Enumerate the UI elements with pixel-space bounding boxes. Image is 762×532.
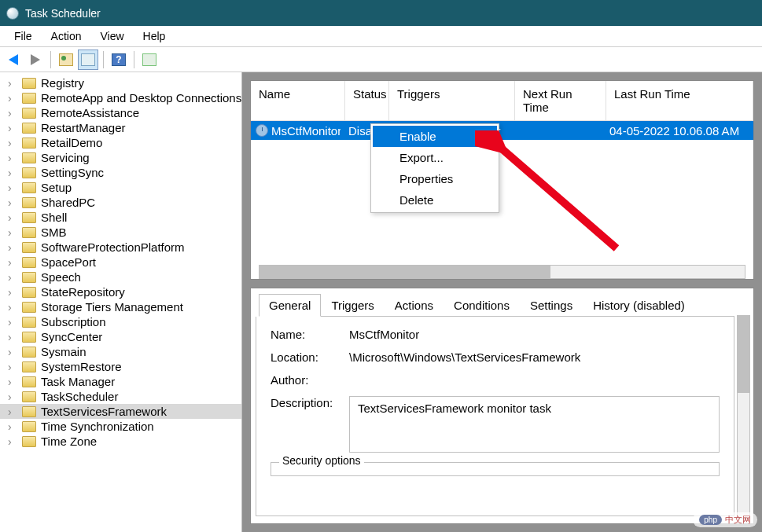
name-value: MsCtfMonitor	[349, 328, 720, 341]
tree-pane[interactable]: RegistryRemoteApp and Desktop Connection…	[0, 72, 242, 532]
folder-icon	[22, 123, 36, 134]
col-header-status[interactable]: Status	[345, 81, 389, 120]
sidebar-item-time-synchronization[interactable]: Time Synchronization	[0, 419, 241, 434]
tab-body: Name:MsCtfMonitor Location:\Microsoft\Wi…	[256, 317, 734, 516]
sidebar-item-shell[interactable]: Shell	[0, 210, 241, 225]
sidebar-item-staterepository[interactable]: StateRepository	[0, 284, 241, 299]
tab-actions[interactable]: Actions	[385, 294, 444, 317]
sidebar-item-label: SpacePort	[41, 255, 96, 269]
sidebar-item-label: StateRepository	[41, 285, 125, 299]
sidebar-item-spaceport[interactable]: SpacePort	[0, 255, 241, 270]
sidebar-item-servicing[interactable]: Servicing	[0, 150, 241, 165]
folder-icon	[22, 197, 36, 208]
help-button[interactable]: ?	[109, 50, 129, 70]
folder-icon	[22, 406, 36, 417]
context-menu: Enable Export... Properties Delete	[370, 123, 499, 213]
properties-icon	[81, 53, 95, 66]
description-value: TextServicesFramework monitor task	[349, 396, 720, 453]
sidebar-item-label: Time Zone	[41, 435, 97, 448]
folder-icon	[22, 78, 36, 89]
sidebar-item-label: SharedPC	[41, 196, 95, 209]
ctx-export[interactable]: Export...	[373, 147, 497, 168]
sidebar-item-label: TaskScheduler	[41, 390, 118, 403]
sidebar-item-storage-tiers-management[interactable]: Storage Tiers Management	[0, 299, 241, 314]
folder-icon	[22, 167, 36, 178]
sidebar-item-remoteassistance[interactable]: RemoteAssistance	[0, 105, 241, 120]
arrow-right-icon	[31, 54, 40, 65]
menu-file[interactable]: File	[5, 27, 42, 46]
watermark: php 中文网	[693, 512, 757, 527]
folder-icon	[22, 212, 36, 223]
sidebar-item-softwareprotectionplatform[interactable]: SoftwareProtectionPlatform	[0, 240, 241, 255]
window-title: Task Scheduler	[25, 7, 101, 20]
sidebar-item-smb[interactable]: SMB	[0, 225, 241, 240]
folder-icon	[22, 361, 36, 372]
toolbar: ?	[0, 47, 762, 72]
sidebar-item-setup[interactable]: Setup	[0, 180, 241, 195]
forward-button[interactable]	[25, 50, 46, 70]
sidebar-item-taskscheduler[interactable]: TaskScheduler	[0, 389, 241, 404]
back-button[interactable]	[3, 50, 24, 70]
sidebar-item-settingsync[interactable]: SettingSync	[0, 165, 241, 180]
sidebar-item-subscription[interactable]: Subscription	[0, 314, 241, 329]
ctx-enable[interactable]: Enable	[373, 126, 497, 147]
col-header-next[interactable]: Next Run Time	[515, 81, 606, 120]
sidebar-item-systemrestore[interactable]: SystemRestore	[0, 359, 241, 374]
sidebar-item-task-manager[interactable]: Task Manager	[0, 374, 241, 389]
sidebar-item-label: SystemRestore	[41, 360, 122, 373]
scrollbar-thumb[interactable]	[738, 316, 749, 393]
sidebar-item-registry[interactable]: Registry	[0, 75, 241, 90]
toolbar-separator	[103, 51, 104, 68]
horizontal-scrollbar[interactable]	[259, 265, 745, 279]
sidebar-item-label: Subscription	[41, 315, 106, 328]
location-label: Location:	[271, 350, 349, 364]
sidebar-item-label: RestartManager	[41, 121, 126, 134]
vertical-scrollbar[interactable]	[737, 315, 750, 519]
folder-icon	[22, 317, 36, 328]
sidebar-item-time-zone[interactable]: Time Zone	[0, 434, 241, 449]
arrow-left-icon	[9, 54, 18, 65]
menu-view[interactable]: View	[90, 27, 133, 46]
sidebar-item-restartmanager[interactable]: RestartManager	[0, 120, 241, 135]
sidebar-item-textservicesframework[interactable]: TextServicesFramework	[0, 404, 241, 419]
ctx-properties[interactable]: Properties	[373, 168, 497, 189]
folder-icon	[22, 257, 36, 268]
ctx-delete[interactable]: Delete	[373, 189, 497, 211]
titlebar: Task Scheduler	[0, 0, 762, 26]
col-header-last[interactable]: Last Run Time	[606, 81, 753, 120]
tab-general[interactable]: General	[259, 294, 321, 317]
tab-settings[interactable]: Settings	[520, 294, 583, 317]
location-value: \Microsoft\Windows\TextServicesFramework	[349, 350, 720, 364]
table-row[interactable]: MsCtfMonitor Disa At log on of any user …	[251, 121, 753, 140]
sidebar-item-label: SoftwareProtectionPlatform	[41, 240, 185, 254]
sidebar-item-label: Time Synchronization	[41, 420, 154, 433]
properties-button[interactable]	[78, 50, 98, 70]
run-button[interactable]	[139, 50, 160, 70]
col-header-name[interactable]: Name	[251, 81, 345, 120]
col-header-triggers[interactable]: Triggers	[389, 81, 515, 120]
folder-icon	[22, 347, 36, 358]
sidebar-item-speech[interactable]: Speech	[0, 270, 241, 284]
task-last-run: 04-05-2022 10.06.08 AM	[602, 123, 753, 139]
tab-conditions[interactable]: Conditions	[444, 294, 520, 317]
sidebar-item-remoteapp-and-desktop-connections[interactable]: RemoteApp and Desktop Connections	[0, 90, 241, 105]
folder-icon	[22, 332, 36, 343]
tab-history[interactable]: History (disabled)	[583, 294, 695, 317]
toolbar-separator	[50, 51, 51, 68]
sidebar-item-sysmain[interactable]: Sysmain	[0, 344, 241, 359]
tab-triggers[interactable]: Triggers	[321, 294, 384, 317]
folder-button[interactable]	[56, 50, 76, 70]
menubar: File Action View Help	[0, 26, 762, 47]
sidebar-item-synccenter[interactable]: SyncCenter	[0, 329, 241, 344]
task-list: Name Status Triggers Next Run Time Last …	[250, 80, 754, 280]
sidebar-item-retaildemo[interactable]: RetailDemo	[0, 135, 241, 150]
security-options-label: Security options	[279, 454, 364, 467]
folder-icon	[22, 182, 36, 193]
description-label: Description:	[271, 396, 349, 453]
sidebar-item-sharedpc[interactable]: SharedPC	[0, 195, 241, 210]
menu-help[interactable]: Help	[134, 27, 175, 46]
folder-icon	[22, 108, 36, 119]
detail-pane: General Triggers Actions Conditions Sett…	[250, 288, 754, 524]
scrollbar-thumb[interactable]	[260, 266, 550, 278]
menu-action[interactable]: Action	[42, 27, 91, 46]
